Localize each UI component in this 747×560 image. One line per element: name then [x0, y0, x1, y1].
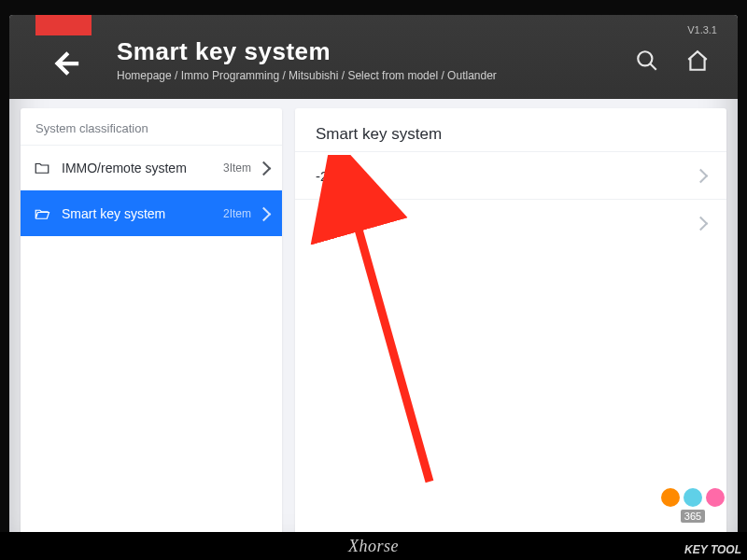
version-label: V1.3.1 — [687, 24, 717, 35]
breadcrumb: Homepage / Immo Programming / Mitsubishi… — [117, 69, 497, 82]
device-model: KEY TOOL — [684, 543, 741, 556]
chevron-right-icon — [257, 161, 272, 175]
back-button[interactable] — [47, 45, 84, 82]
row-label: -2013 — [316, 168, 351, 184]
watermark-logo: 365 — [661, 488, 725, 523]
chevron-right-icon — [694, 168, 709, 183]
app-header: Smart key system Homepage / Immo Program… — [9, 15, 738, 99]
chevron-right-icon — [257, 206, 272, 221]
svg-point-0 — [638, 51, 652, 65]
sidebar-item-immo-remote[interactable]: IMMO/remote system 3Item — [21, 145, 282, 190]
year-option-2014[interactable]: 2014- — [295, 199, 726, 246]
main-panel: Smart key system -2013 2014- — [295, 108, 726, 543]
content-area: System classification IMMO/remote system… — [21, 108, 726, 543]
brand-accent — [35, 15, 92, 35]
device-brand: Xhorse — [348, 537, 399, 556]
logo-dot-icon — [706, 488, 725, 507]
folder-open-icon — [34, 205, 50, 222]
logo-text: 365 — [681, 510, 705, 523]
search-icon[interactable] — [635, 49, 659, 73]
chevron-right-icon — [694, 216, 709, 231]
logo-dot-icon — [684, 488, 702, 507]
page-title: Smart key system — [117, 37, 331, 66]
watermark-url: www.obdii365.com — [510, 484, 626, 498]
folder-icon — [34, 160, 50, 176]
arrow-left-icon — [49, 48, 81, 79]
sidebar-item-label: Smart key system — [62, 206, 165, 221]
home-icon[interactable] — [685, 49, 710, 73]
row-label: 2014- — [316, 216, 351, 231]
sidebar-item-smart-key[interactable]: Smart key system 2Item — [21, 190, 282, 236]
device-screen: Smart key system Homepage / Immo Program… — [9, 15, 738, 554]
sidebar-item-count: 2Item — [223, 207, 251, 220]
year-option-2013[interactable]: -2013 — [295, 151, 726, 199]
header-actions — [635, 49, 710, 73]
sidebar-title: System classification — [21, 108, 282, 145]
sidebar: System classification IMMO/remote system… — [21, 108, 282, 543]
sidebar-item-label: IMMO/remote system — [62, 161, 187, 175]
device-bezel: Xhorse KEY TOOL — [0, 532, 747, 560]
main-title: Smart key system — [295, 108, 726, 151]
logo-dot-icon — [661, 488, 680, 507]
sidebar-item-count: 3Item — [223, 161, 251, 175]
